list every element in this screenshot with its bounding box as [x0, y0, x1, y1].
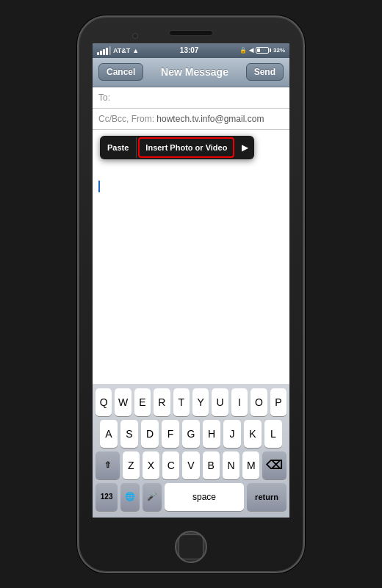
to-field[interactable]: To: — [93, 87, 289, 109]
key-u[interactable]: U — [212, 388, 228, 416]
compose-area[interactable] — [93, 174, 289, 384]
return-key[interactable]: return — [247, 483, 286, 511]
lock-icon: 🔒 — [239, 47, 247, 54]
mic-key[interactable]: 🎤 — [143, 483, 162, 511]
delete-key[interactable]: ⌫ — [262, 451, 286, 479]
globe-key[interactable]: 🌐 — [120, 483, 140, 511]
phone-device: AT&T ▲ 13:07 🔒 ◀ 32% Can — [77, 15, 305, 573]
num-key[interactable]: 123 — [96, 483, 118, 511]
battery-tip — [270, 48, 271, 52]
keyboard-row-4: 123 🌐 🎤 space return — [96, 483, 286, 511]
key-w[interactable]: W — [115, 388, 131, 416]
space-key[interactable]: space — [165, 483, 244, 511]
signal-bar-5 — [109, 46, 111, 55]
key-x[interactable]: X — [143, 451, 159, 479]
to-field-label: To: — [98, 92, 110, 103]
key-e[interactable]: E — [134, 388, 151, 416]
key-c[interactable]: C — [162, 451, 179, 479]
key-b[interactable]: B — [203, 451, 220, 479]
battery-pct-text: 32% — [273, 47, 285, 54]
key-l[interactable]: L — [264, 420, 282, 448]
signal-bar-1 — [97, 52, 99, 55]
keyboard-row-1: Q W E R T Y U I O P — [96, 388, 286, 416]
keyboard-row-2: A S D F G H J K L — [96, 420, 286, 448]
signal-bar-3 — [103, 49, 105, 55]
key-v[interactable]: V — [182, 451, 199, 479]
key-h[interactable]: H — [203, 420, 220, 448]
earpiece-speaker — [169, 30, 213, 36]
home-button-inner — [179, 534, 203, 559]
status-left: AT&T ▲ — [97, 46, 139, 55]
key-s[interactable]: S — [120, 420, 138, 448]
signal-bar-4 — [106, 48, 108, 55]
signal-bar-2 — [100, 51, 102, 55]
key-j[interactable]: J — [223, 420, 241, 448]
status-bar: AT&T ▲ 13:07 🔒 ◀ 32% — [93, 43, 289, 58]
cancel-button[interactable]: Cancel — [98, 63, 143, 81]
context-menu-container: Paste Insert Photo or Video ▶ — [93, 130, 289, 174]
key-r[interactable]: R — [154, 388, 170, 416]
key-a[interactable]: A — [100, 420, 118, 448]
cc-field[interactable]: Cc/Bcc, From: howtech.tv.info@gmail.com — [93, 109, 289, 130]
nav-title: New Message — [161, 66, 228, 78]
cc-field-label: Cc/Bcc, From: — [98, 114, 154, 124]
key-q[interactable]: Q — [96, 388, 112, 416]
cc-field-value: howtech.tv.info@gmail.com — [156, 114, 264, 124]
key-t[interactable]: T — [173, 388, 190, 416]
navigation-bar: Cancel New Message Send — [93, 58, 289, 87]
home-button[interactable] — [175, 531, 207, 563]
battery-level — [256, 47, 271, 54]
context-menu: Paste Insert Photo or Video ▶ — [100, 136, 254, 159]
location-icon: ◀ — [249, 47, 253, 54]
keyboard-row-3: ⇧ Z X C V B N M ⌫ — [96, 451, 286, 479]
battery-body — [256, 47, 269, 54]
signal-bars — [97, 46, 111, 55]
key-y[interactable]: Y — [192, 388, 209, 416]
key-m[interactable]: M — [242, 451, 259, 479]
status-right: 🔒 ◀ 32% — [239, 47, 285, 54]
text-cursor — [98, 181, 100, 192]
shift-key[interactable]: ⇧ — [96, 451, 120, 479]
paste-menu-item[interactable]: Paste — [100, 137, 137, 158]
key-i[interactable]: I — [231, 388, 248, 416]
context-menu-more-arrow[interactable]: ▶ — [236, 137, 254, 159]
key-p[interactable]: P — [270, 388, 286, 416]
insert-photo-video-menu-item[interactable]: Insert Photo or Video — [138, 137, 234, 158]
key-f[interactable]: F — [162, 420, 179, 448]
wifi-icon: ▲ — [132, 47, 139, 54]
key-z[interactable]: Z — [123, 451, 140, 479]
carrier-name: AT&T — [113, 47, 130, 54]
key-g[interactable]: G — [182, 420, 200, 448]
front-camera — [132, 33, 138, 39]
keyboard: Q W E R T Y U I O P A S D F G H J K — [93, 384, 289, 518]
key-n[interactable]: N — [223, 451, 239, 479]
battery-fill — [257, 48, 260, 52]
key-k[interactable]: K — [244, 420, 262, 448]
status-time: 13:07 — [180, 46, 199, 54]
battery-indicator — [256, 47, 271, 54]
key-o[interactable]: O — [251, 388, 267, 416]
send-button[interactable]: Send — [246, 63, 284, 81]
key-d[interactable]: D — [141, 420, 159, 448]
phone-screen: AT&T ▲ 13:07 🔒 ◀ 32% Can — [93, 43, 289, 518]
